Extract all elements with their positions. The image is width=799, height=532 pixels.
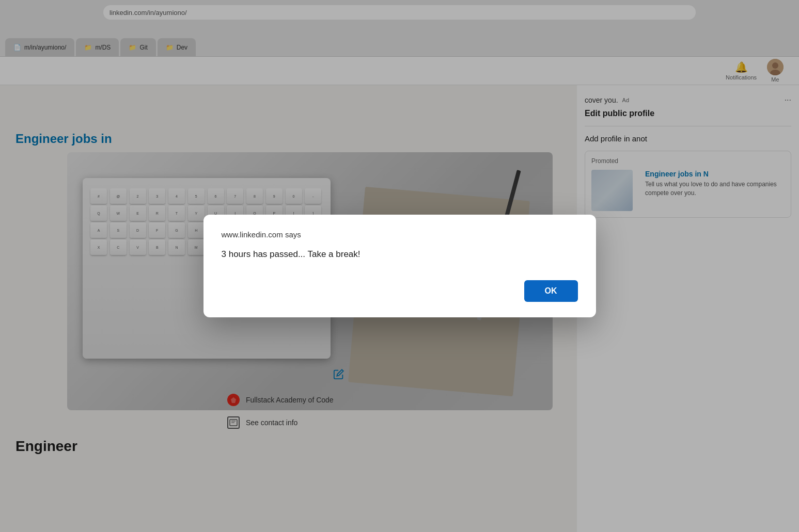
alert-source: www.linkedin.com says <box>222 230 578 239</box>
modal-overlay: www.linkedin.com says 3 hours has passed… <box>0 0 799 532</box>
alert-dialog: www.linkedin.com says 3 hours has passed… <box>203 215 596 317</box>
alert-message: 3 hours has passed... Take a break! <box>222 249 578 260</box>
ok-button[interactable]: OK <box>524 280 578 302</box>
alert-buttons: OK <box>222 280 578 302</box>
